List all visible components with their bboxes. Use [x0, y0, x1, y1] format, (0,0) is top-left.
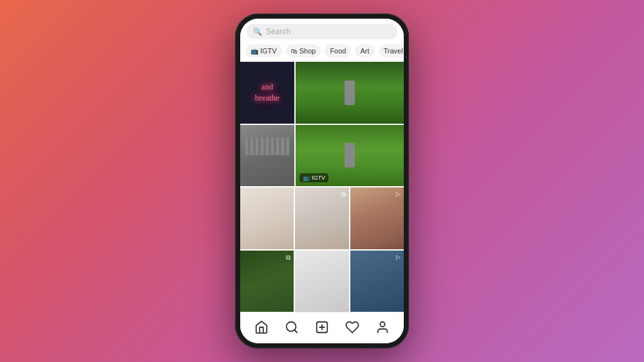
neon-text: andbreathe: [255, 82, 279, 104]
igtv-badge-label: IGTV: [312, 175, 325, 181]
phone-frame: 🔍 Search 📺 IGTV 🛍 Shop Food Art Travel: [235, 14, 409, 348]
grid-cell-pastry[interactable]: ⧉: [295, 187, 348, 249]
search-placeholder: Search: [266, 27, 290, 36]
reels-icon-crowd: ▷: [396, 191, 401, 197]
reels-icon-blue: ▷: [396, 254, 401, 260]
pour-image: [240, 187, 294, 249]
forest-image: [296, 62, 404, 124]
igtv-badge: 📺 IGTV: [299, 173, 328, 182]
grid-cell-forest-top[interactable]: [296, 62, 404, 124]
search-bar: 🔍 Search: [240, 19, 404, 42]
filter-tabs: 📺 IGTV 🛍 Shop Food Art Travel Ar...: [240, 42, 404, 62]
content-grid: andbreathe 📺 IGTV: [240, 62, 404, 312]
svg-line-1: [294, 330, 297, 332]
nav-search[interactable]: [282, 318, 301, 337]
tab-travel[interactable]: Travel: [379, 44, 404, 57]
grid-cell-dog[interactable]: [295, 251, 348, 312]
grid-row-3: ⧉ ▷: [240, 187, 404, 249]
dog-image: [295, 251, 348, 312]
search-icon: 🔍: [253, 28, 262, 36]
grid-cell-neon[interactable]: andbreathe: [240, 62, 294, 124]
tab-food-label: Food: [330, 47, 346, 55]
library-image: [240, 125, 294, 187]
igtv-icon: 📺: [251, 48, 258, 55]
grid-cell-library[interactable]: [240, 125, 294, 187]
tab-igtv[interactable]: 📺 IGTV: [245, 44, 282, 57]
grid-row-4: ⧉ ▷: [240, 251, 404, 312]
nav-add[interactable]: [312, 318, 332, 337]
tab-art[interactable]: Art: [355, 44, 374, 57]
multi-icon-plant: ⧉: [286, 254, 290, 262]
multi-icon-pastry: ⧉: [341, 191, 346, 198]
grid-row-2: 📺 IGTV: [240, 125, 404, 187]
nav-home[interactable]: [252, 318, 271, 337]
shop-icon: 🛍: [291, 48, 298, 55]
search-input-wrap[interactable]: 🔍 Search: [247, 24, 397, 39]
tab-shop-label: Shop: [299, 47, 316, 55]
tab-art-label: Art: [360, 47, 369, 55]
tab-shop[interactable]: 🛍 Shop: [286, 44, 321, 57]
phone-screen: 🔍 Search 📺 IGTV 🛍 Shop Food Art Travel: [240, 19, 404, 343]
nav-heart[interactable]: [343, 318, 362, 337]
svg-point-5: [380, 322, 384, 327]
grid-cell-blue[interactable]: ▷: [350, 251, 404, 312]
tab-travel-label: Travel: [384, 47, 403, 55]
tab-igtv-label: IGTV: [260, 47, 277, 55]
nav-profile[interactable]: [373, 318, 392, 337]
grid-row-1: andbreathe: [240, 62, 404, 124]
grid-cell-forest-igtv[interactable]: 📺 IGTV: [296, 125, 404, 187]
grid-cell-pour[interactable]: [240, 187, 294, 249]
grid-cell-crowd[interactable]: ▷: [350, 187, 404, 249]
grid-cell-plant[interactable]: ⧉: [240, 251, 294, 312]
neon-image: andbreathe: [240, 62, 294, 124]
tab-food[interactable]: Food: [325, 44, 351, 57]
bottom-nav: [240, 312, 404, 343]
igtv-badge-icon: 📺: [303, 175, 310, 181]
